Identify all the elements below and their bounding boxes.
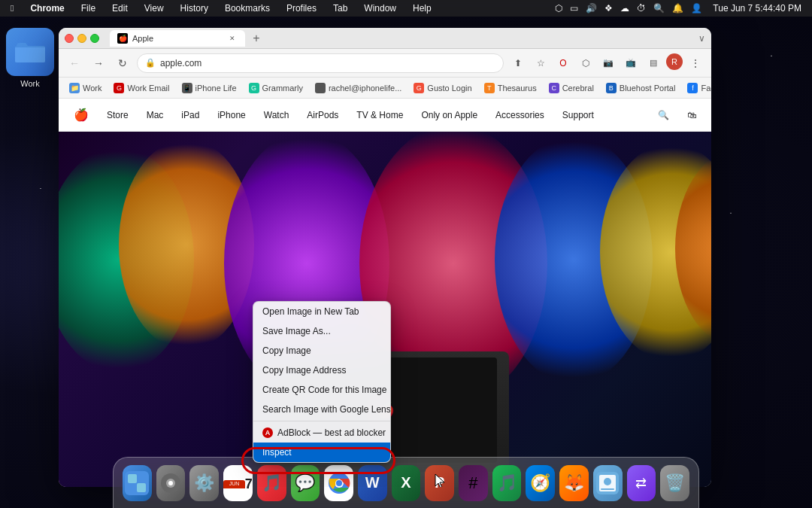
apple-nav-iphone[interactable]: iPhone bbox=[217, 110, 245, 120]
menu-item-inspect[interactable]: Inspect bbox=[253, 443, 390, 462]
browser-tab-apple[interactable]: 🍎 Apple ✕ bbox=[110, 30, 245, 47]
dock-slack[interactable]: # bbox=[459, 465, 488, 501]
menubar-help[interactable]: Help bbox=[410, 2, 435, 15]
menubar-left:  Chrome File Edit View History Bookmark… bbox=[8, 2, 435, 15]
apple-nav-ipad[interactable]: iPad bbox=[181, 110, 199, 120]
bookmark-grammarly[interactable]: G Grammarly bbox=[244, 81, 308, 95]
minimize-button[interactable] bbox=[77, 34, 86, 43]
dock-powerpoint[interactable]: P bbox=[425, 465, 454, 501]
bookmark-bluehost[interactable]: B Bluehost Portal bbox=[601, 81, 680, 95]
chrome-ext-icon[interactable]: ⬡ bbox=[576, 53, 595, 73]
menubar-file[interactable]: File bbox=[78, 2, 98, 15]
menu-item-open-image[interactable]: Open Image in New Tab bbox=[253, 302, 390, 321]
battery-icon[interactable]: ▭ bbox=[570, 3, 578, 14]
forward-button[interactable]: → bbox=[89, 53, 108, 73]
dock-chrome[interactable] bbox=[324, 465, 353, 501]
cast-icon[interactable]: 📺 bbox=[621, 53, 641, 73]
screentime-icon[interactable]: ⏱ bbox=[637, 3, 646, 14]
dock-finder[interactable] bbox=[123, 465, 152, 501]
page-content: 🍎 Open Image in New Tab Save Image As...… bbox=[59, 132, 711, 487]
tab-close-button[interactable]: ✕ bbox=[227, 33, 238, 44]
dock-migration[interactable]: ⇄ bbox=[627, 465, 656, 501]
dock-messages[interactable]: 💬 bbox=[291, 465, 320, 501]
apple-nav-search-icon[interactable]: 🔍 bbox=[658, 110, 669, 120]
dropbox-icon[interactable]: ⬡ bbox=[555, 3, 562, 14]
volume-icon[interactable]: 🔊 bbox=[586, 3, 597, 14]
bookmark-facebook[interactable]: f Facebook bbox=[683, 81, 711, 95]
menubar-window[interactable]: Window bbox=[361, 2, 399, 15]
bookmark-thesaurus[interactable]: T Thesaurus bbox=[480, 81, 541, 95]
dock-spotify[interactable]: 🎵 bbox=[492, 465, 522, 501]
menu-item-search-google-lens[interactable]: Search Image with Google Lens bbox=[253, 400, 390, 419]
bookmark-cerebral[interactable]: C Cerebral bbox=[544, 81, 598, 95]
apple-nav-store[interactable]: Store bbox=[107, 110, 129, 120]
menubar-edit[interactable]: Edit bbox=[109, 2, 131, 15]
tab-expand-button[interactable]: ∨ bbox=[698, 33, 705, 44]
back-button[interactable]: ← bbox=[65, 53, 84, 73]
menubar-tab[interactable]: Tab bbox=[330, 2, 350, 15]
dock-trash[interactable]: 🗑️ bbox=[660, 465, 689, 501]
apple-nav-mac[interactable]: Mac bbox=[147, 110, 164, 120]
notifications-icon[interactable]: 🔔 bbox=[672, 3, 683, 14]
bluetooth-icon[interactable]: ❖ bbox=[604, 3, 613, 14]
apple-nav-cart-icon[interactable]: 🛍 bbox=[687, 110, 696, 120]
new-tab-button[interactable]: + bbox=[248, 30, 265, 47]
dock-settings[interactable]: ⚙️ bbox=[189, 465, 219, 501]
profile-icon[interactable]: R bbox=[666, 53, 683, 70]
maximize-button[interactable] bbox=[90, 34, 99, 43]
reload-button[interactable]: ↻ bbox=[113, 53, 132, 73]
menubar-history[interactable]: History bbox=[177, 2, 211, 15]
dock-safari[interactable]: 🧭 bbox=[526, 465, 555, 501]
apple-nav-tv-home[interactable]: TV & Home bbox=[356, 110, 403, 120]
dock-preview[interactable] bbox=[593, 465, 623, 501]
apple-nav-support[interactable]: Support bbox=[562, 110, 594, 120]
apple-nav-accessories[interactable]: Accessories bbox=[495, 110, 544, 120]
search-menubar-icon[interactable]: 🔍 bbox=[653, 3, 665, 14]
wifi-icon[interactable]: ☁ bbox=[620, 3, 629, 14]
menu-item-create-qr[interactable]: Create QR Code for this Image bbox=[253, 380, 390, 400]
bookmark-grammarly-icon: G bbox=[249, 83, 259, 93]
apple-nav-only-apple[interactable]: Only on Apple bbox=[421, 110, 477, 120]
menubar-view[interactable]: View bbox=[141, 2, 167, 15]
close-button[interactable] bbox=[65, 34, 74, 43]
menu-item-copy-image-address[interactable]: Copy Image Address bbox=[253, 360, 390, 380]
bookmark-gusto[interactable]: G Gusto Login bbox=[409, 81, 476, 95]
desktop: Work 🍎 Apple ✕ + bbox=[0, 17, 812, 508]
menu-item-adblock[interactable]: A AdBlock — best ad blocker ▶ bbox=[253, 423, 390, 443]
dock-word[interactable]: W bbox=[358, 465, 387, 501]
user-icon[interactable]: 👤 bbox=[691, 3, 702, 14]
settings-gear-icon: ⚙️ bbox=[194, 473, 214, 493]
bookmark-button[interactable]: ☆ bbox=[531, 53, 550, 73]
bookmark-iphone-life-label: iPhone Life bbox=[195, 84, 237, 93]
svg-rect-3 bbox=[128, 483, 137, 492]
bookmark-rachel[interactable]: rachel@iphonelife... bbox=[311, 81, 406, 95]
screenshot-icon[interactable]: 📷 bbox=[598, 53, 618, 73]
sidebar-icon[interactable]: ▤ bbox=[644, 53, 663, 73]
menu-item-copy-image[interactable]: Copy Image bbox=[253, 341, 390, 360]
menubar-profiles[interactable]: Profiles bbox=[283, 2, 320, 15]
menu-item-save-image[interactable]: Save Image As... bbox=[253, 321, 390, 341]
apple-menu[interactable]:  bbox=[8, 2, 17, 15]
apple-logo[interactable]: 🍎 bbox=[74, 108, 89, 122]
apple-nav-airpods[interactable]: AirPods bbox=[307, 110, 338, 120]
bookmark-cerebral-icon: C bbox=[549, 83, 559, 93]
dock-music[interactable]: 🎵 bbox=[257, 465, 286, 501]
share-button[interactable]: ⬆ bbox=[508, 53, 528, 73]
address-bar[interactable]: 🔒 apple.com bbox=[137, 53, 504, 73]
bookmark-work-email[interactable]: G Work Email bbox=[109, 81, 174, 95]
dock-calendar[interactable]: JUN 7 bbox=[223, 465, 253, 501]
dock-launchpad[interactable] bbox=[156, 465, 186, 501]
menubar-app-name[interactable]: Chrome bbox=[27, 2, 67, 15]
work-folder[interactable]: Work bbox=[6, 28, 54, 88]
dock-firefox[interactable]: 🦊 bbox=[559, 465, 589, 501]
dock-excel[interactable]: X bbox=[392, 465, 421, 501]
bookmark-iphone-life[interactable]: 📱 iPhone Life bbox=[177, 81, 241, 95]
menu-button[interactable]: ⋮ bbox=[686, 53, 705, 73]
music-icon: 🎵 bbox=[262, 473, 282, 493]
bookmark-work[interactable]: 📁 Work bbox=[65, 81, 106, 95]
menubar-bookmarks[interactable]: Bookmarks bbox=[222, 2, 273, 15]
opera-icon[interactable]: O bbox=[553, 53, 573, 73]
bookmark-thesaurus-label: Thesaurus bbox=[498, 84, 537, 93]
apple-nav-watch[interactable]: Watch bbox=[264, 110, 289, 120]
calendar-day: 7 bbox=[245, 476, 253, 493]
